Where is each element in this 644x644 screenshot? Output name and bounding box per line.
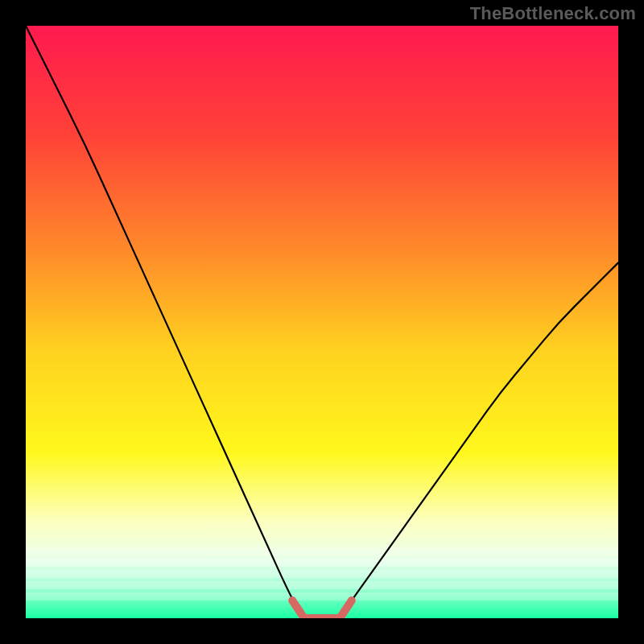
svg-rect-2: [26, 570, 618, 578]
plot-area: [26, 26, 618, 618]
svg-rect-3: [26, 581, 618, 589]
gradient-background: [26, 26, 618, 618]
bottom-bands: [26, 547, 618, 601]
chart-frame: TheBottleneck.com: [0, 0, 644, 644]
svg-rect-1: [26, 559, 618, 567]
chart-svg: [26, 26, 618, 618]
svg-rect-0: [26, 547, 618, 555]
svg-rect-4: [26, 592, 618, 601]
watermark-text: TheBottleneck.com: [470, 3, 636, 24]
